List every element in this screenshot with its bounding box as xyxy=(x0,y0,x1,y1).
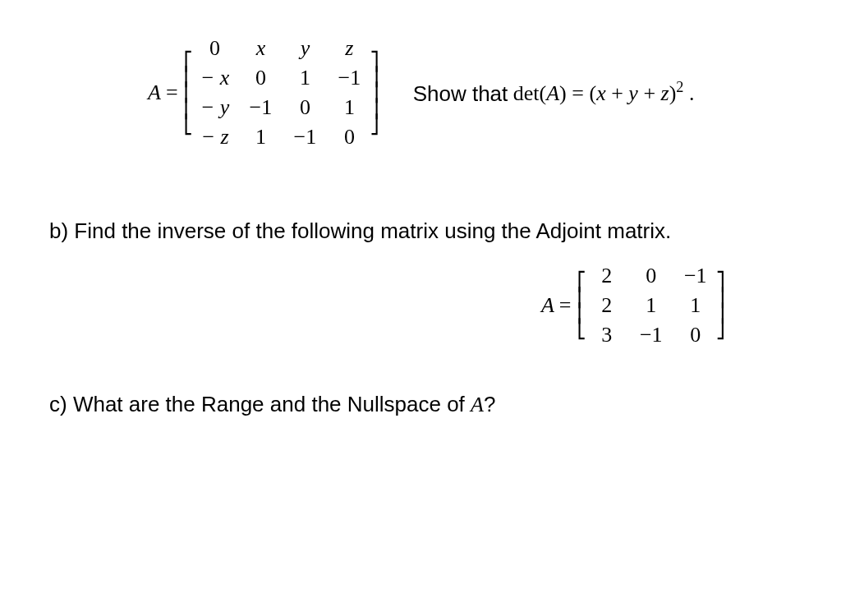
right-bracket-b: ⎤ ⎥ ⎥ ⎦ xyxy=(715,274,726,337)
part-c-before: c) What are the Range and the Nullspace … xyxy=(49,392,471,416)
matrix-b: ⎡ ⎢ ⎢ ⎣ 2 0 −1 2 1 1 3 −1 0 ⎤ ⎥ ⎥ ⎦ xyxy=(577,260,727,351)
show-that-text: Show that det(A) = (x + y + z)2 . xyxy=(413,80,695,107)
matrix-a-body: 0 x y z − x 0 1 −1 − y −1 0 1 − z 1 −1 0 xyxy=(194,33,370,153)
right-bracket: ⎤ ⎥ ⎥ ⎥ ⎦ xyxy=(369,53,379,133)
part-c-question: c) What are the Range and the Nullspace … xyxy=(49,392,792,417)
matrix-b-body: 2 0 −1 2 1 1 3 −1 0 xyxy=(587,260,715,351)
lhs-A-b: A xyxy=(541,293,554,318)
equals: = xyxy=(166,80,178,105)
part-c-var: A xyxy=(471,393,484,416)
matrix-a: ⎡ ⎢ ⎢ ⎢ ⎣ 0 x y z − x 0 1 −1 − y −1 0 1 … xyxy=(183,33,380,153)
matrix-b-wrap: A = ⎡ ⎢ ⎢ ⎣ 2 0 −1 2 1 1 3 −1 0 ⎤ ⎥ xyxy=(49,260,726,351)
det-expression: det(A) = (x + y + z)2 . xyxy=(513,81,695,105)
part-a-row: A = ⎡ ⎢ ⎢ ⎢ ⎣ 0 x y z − x 0 1 −1 − y −1 … xyxy=(148,33,792,153)
show-that-label: Show that xyxy=(413,80,508,105)
left-bracket-b: ⎡ ⎢ ⎢ ⎣ xyxy=(577,274,587,337)
part-c-after: ? xyxy=(484,392,495,416)
matrix-a-equation: A = ⎡ ⎢ ⎢ ⎢ ⎣ 0 x y z − x 0 1 −1 − y −1 … xyxy=(148,33,380,153)
matrix-b-equation: A = ⎡ ⎢ ⎢ ⎣ 2 0 −1 2 1 1 3 −1 0 ⎤ ⎥ xyxy=(541,260,726,351)
equals-b: = xyxy=(559,293,572,318)
part-b-question: b) Find the inverse of the following mat… xyxy=(49,218,792,244)
lhs-A: A xyxy=(148,80,161,105)
left-bracket: ⎡ ⎢ ⎢ ⎢ ⎣ xyxy=(183,53,194,133)
